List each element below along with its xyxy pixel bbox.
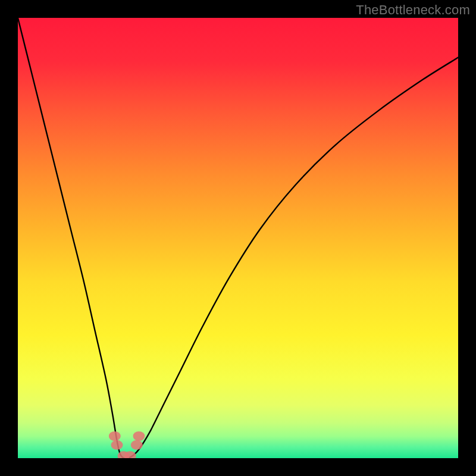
watermark-text: TheBottleneck.com bbox=[356, 2, 470, 18]
marker-dot bbox=[111, 440, 123, 450]
marker-dot bbox=[109, 431, 121, 441]
chart-frame: TheBottleneck.com bbox=[0, 0, 476, 476]
curve-layer bbox=[18, 18, 458, 458]
marker-dot bbox=[133, 431, 145, 441]
marker-dot bbox=[131, 440, 143, 450]
plot-area bbox=[18, 18, 458, 458]
bottleneck-curve bbox=[18, 18, 458, 458]
curve-markers bbox=[109, 431, 145, 458]
